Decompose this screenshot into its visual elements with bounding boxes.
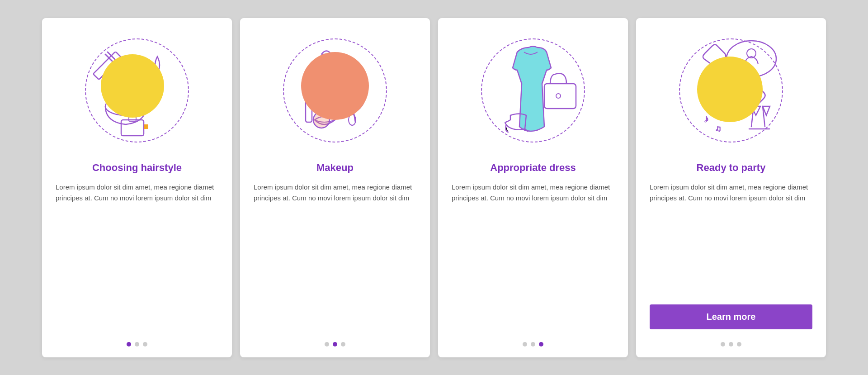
hairstyle-illustration — [78, 32, 196, 149]
dress-dots — [523, 342, 543, 347]
dot-1 — [127, 342, 131, 347]
dot-2 — [333, 342, 337, 347]
dashed-circle — [85, 38, 189, 142]
dashed-circle-3 — [481, 38, 585, 142]
dot-2 — [729, 342, 733, 347]
card-party: ♪ ♫ Ready to party Lorem ipsum dolor sit… — [636, 18, 826, 357]
card-hairstyle: Choosing hairstyle Lorem ipsum dolor sit… — [42, 18, 232, 357]
dot-2 — [531, 342, 535, 347]
dress-title: Appropriate dress — [490, 162, 576, 174]
makeup-illustration — [276, 32, 394, 149]
dot-1 — [523, 342, 527, 347]
card-makeup: Makeup Lorem ipsum dolor sit dim amet, m… — [240, 18, 430, 357]
makeup-title: Makeup — [316, 162, 354, 174]
dress-body: Lorem ipsum dolor sit dim amet, mea regi… — [452, 182, 614, 329]
party-body: Lorem ipsum dolor sit dim amet, mea regi… — [650, 182, 812, 296]
dot-3 — [737, 342, 741, 347]
cards-container: Choosing hairstyle Lorem ipsum dolor sit… — [24, 5, 844, 371]
party-dots — [721, 342, 741, 347]
hairstyle-title: Choosing hairstyle — [92, 162, 182, 174]
dashed-circle-4 — [679, 38, 783, 142]
dot-1 — [325, 342, 329, 347]
party-title: Ready to party — [697, 162, 766, 174]
hairstyle-body: Lorem ipsum dolor sit dim amet, mea regi… — [56, 182, 218, 329]
learn-more-button[interactable]: Learn more — [650, 304, 812, 329]
dress-illustration — [474, 32, 592, 149]
hairstyle-dots — [127, 342, 147, 347]
party-illustration: ♪ ♫ — [672, 32, 790, 149]
dot-3 — [143, 342, 147, 347]
makeup-body: Lorem ipsum dolor sit dim amet, mea regi… — [254, 182, 416, 329]
dot-3 — [341, 342, 345, 347]
dot-1 — [721, 342, 725, 347]
dashed-circle-2 — [283, 38, 387, 142]
makeup-dots — [325, 342, 345, 347]
card-dress: Appropriate dress Lorem ipsum dolor sit … — [438, 18, 628, 357]
dot-3 — [539, 342, 543, 347]
dot-2 — [135, 342, 139, 347]
